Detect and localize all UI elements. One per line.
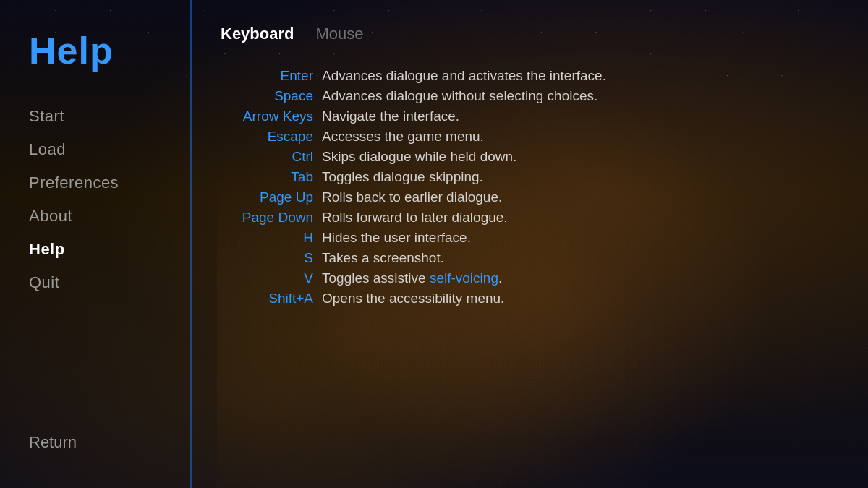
shortcut-row: EscapeAccesses the game menu. <box>221 129 832 145</box>
return-button[interactable]: Return <box>29 433 170 452</box>
shortcut-key: Ctrl <box>221 149 322 165</box>
main-layout: Help StartLoadPreferencesAboutHelpQuit R… <box>0 0 868 488</box>
shortcut-key: Shift+A <box>221 291 322 307</box>
nav-menu: StartLoadPreferencesAboutHelpQuit <box>0 101 192 419</box>
shortcut-row: SpaceAdvances dialogue without selecting… <box>221 88 832 104</box>
shortcut-desc: Advances dialogue without selecting choi… <box>322 88 597 104</box>
shortcut-desc: Advances dialogue and activates the inte… <box>322 68 606 84</box>
shortcut-row: STakes a screenshot. <box>221 250 832 266</box>
shortcut-key: Escape <box>221 129 322 145</box>
shortcut-key: Space <box>221 88 322 104</box>
shortcut-key: Arrow Keys <box>221 108 322 124</box>
shortcut-row: Page UpRolls back to earlier dialogue. <box>221 189 832 205</box>
shortcut-desc: Accesses the game menu. <box>322 129 484 145</box>
shortcut-desc: Toggles dialogue skipping. <box>322 169 483 185</box>
shortcut-key: Tab <box>221 169 322 185</box>
shortcut-desc: Navigate the interface. <box>322 108 459 124</box>
sidebar-item-start[interactable]: Start <box>29 101 170 132</box>
shortcut-desc: Opens the accessibility menu. <box>322 291 504 307</box>
tab-bar: KeyboardMouse <box>221 22 832 46</box>
sidebar: Help StartLoadPreferencesAboutHelpQuit R… <box>0 0 192 488</box>
shortcut-key: Page Up <box>221 189 322 205</box>
tab-keyboard[interactable]: Keyboard <box>221 22 294 46</box>
shortcut-row: Page DownRolls forward to later dialogue… <box>221 210 832 226</box>
sidebar-bottom: Return <box>0 419 192 474</box>
tab-mouse[interactable]: Mouse <box>315 22 363 46</box>
shortcut-row: VToggles assistive self-voicing. <box>221 270 832 286</box>
shortcut-key: Enter <box>221 68 322 84</box>
shortcut-desc: Hides the user interface. <box>322 230 471 246</box>
sidebar-item-about[interactable]: About <box>29 201 170 231</box>
shortcut-key: S <box>221 250 322 266</box>
shortcut-desc: Skips dialogue while held down. <box>322 149 516 165</box>
shortcut-key: H <box>221 230 322 246</box>
shortcuts-table: EnterAdvances dialogue and activates the… <box>221 68 832 307</box>
shortcut-row: HHides the user interface. <box>221 230 832 246</box>
shortcut-row: TabToggles dialogue skipping. <box>221 169 832 185</box>
main-content: KeyboardMouse EnterAdvances dialogue and… <box>192 0 868 488</box>
sidebar-item-load[interactable]: Load <box>29 134 170 165</box>
shortcut-desc: Rolls forward to later dialogue. <box>322 210 508 226</box>
shortcut-desc: Rolls back to earlier dialogue. <box>322 189 502 205</box>
sidebar-item-help[interactable]: Help <box>29 234 170 265</box>
page-title: Help <box>0 14 192 101</box>
sidebar-item-quit[interactable]: Quit <box>29 267 170 298</box>
shortcut-row: CtrlSkips dialogue while held down. <box>221 149 832 165</box>
shortcut-row: EnterAdvances dialogue and activates the… <box>221 68 832 84</box>
shortcut-key: Page Down <box>221 210 322 226</box>
self-voicing-link[interactable]: self-voicing <box>430 270 498 286</box>
shortcut-desc: Takes a screenshot. <box>322 250 444 266</box>
shortcut-row: Arrow KeysNavigate the interface. <box>221 108 832 124</box>
sidebar-item-preferences[interactable]: Preferences <box>29 168 170 198</box>
shortcut-row: Shift+AOpens the accessibility menu. <box>221 291 832 307</box>
shortcut-key: V <box>221 270 322 286</box>
shortcut-desc: Toggles assistive self-voicing. <box>322 270 502 286</box>
